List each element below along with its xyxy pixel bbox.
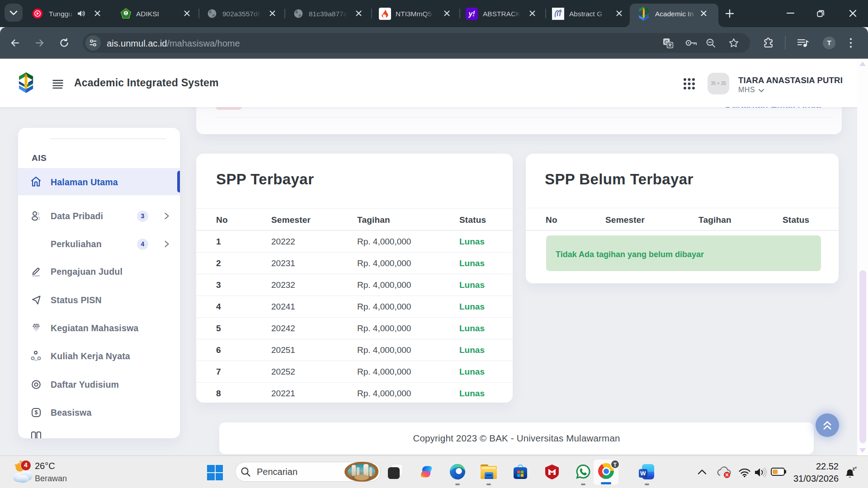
svg-text:$: $ <box>35 409 38 416</box>
svg-text:z: z <box>855 466 857 469</box>
